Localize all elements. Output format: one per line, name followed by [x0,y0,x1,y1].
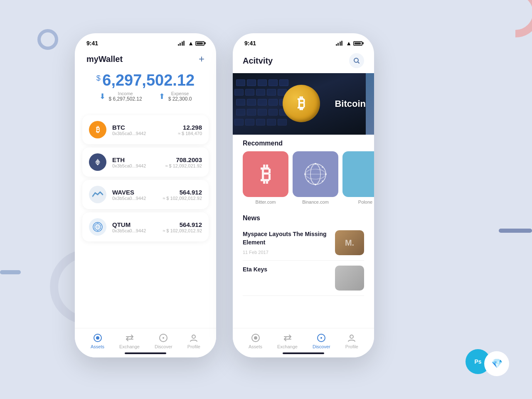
home-indicator-1 [125,352,166,354]
nav-discover-label-1: Discover [155,344,172,349]
coin-item-qtum[interactable]: QTUM 0x3b5ca0...9442 564.912 ≈ $ 102,092… [82,212,209,241]
income-icon: ⬇ [99,92,106,101]
bitcoin-banner-bg: ₿ Bitcoin [233,73,374,135]
phone-wallet: 9:41 ▲ myWallet + [75,33,216,357]
status-bar-1: 9:41 ▲ [75,33,216,50]
activity-header: Acitvity [233,50,374,73]
bitcoin-banner: ₿ Bitcoin [233,73,374,135]
coin-item-waves[interactable]: WAVES 0x3b5ca0...9442 564.912 ≈ $ 102,09… [82,180,209,209]
recommend-card-bnb[interactable]: Binance.com [293,151,338,204]
nav-exchange-1[interactable]: Exchange [119,333,140,349]
recommend-section-title: Recommend [233,135,374,151]
activity-content: ₿ Bitcoin Recommend ₿ Bitter.com [233,73,374,328]
svg-point-21 [322,166,323,168]
add-wallet-button[interactable]: + [199,53,204,65]
status-time-1: 9:41 [86,40,98,47]
recommend-card-btc[interactable]: ₿ Bitter.com [243,151,288,204]
coin-item-btc[interactable]: ₿ BTC 0x3b5ca0...9442 12.298 ≈ $ 184,470 [82,115,209,144]
expense-stat: ⬆ Expense $ 22,300.0 [159,91,192,102]
nav-exchange-2[interactable]: Exchange [277,333,298,349]
waves-info: WAVES 0x3b5ca0...9442 [112,189,163,201]
assets-icon-1 [93,333,102,342]
nav-discover-2[interactable]: Discover [313,333,330,349]
wifi-icon-1: ▲ [188,40,194,47]
qtum-address: 0x3b5ca0...9442 [112,228,163,233]
coin-list: ₿ BTC 0x3b5ca0...9442 12.298 ≈ $ 184,470 [75,112,216,328]
income-info: Income $ 6,297,502.12 [109,91,142,102]
news-item-2[interactable]: Eta Keys [243,261,364,296]
balance-amount: 6,297,502.12 [102,71,195,89]
bitcoin-coin: ₿ [283,85,320,122]
activity-title: Acitvity [243,56,273,66]
news-section: News Myspace Layouts The Missing Element… [233,204,374,296]
news-item-1[interactable]: Myspace Layouts The Missing Element 11 F… [243,225,364,261]
waves-icon [89,186,106,203]
expense-label: Expense [168,91,192,96]
nav-profile-label-1: Profile [187,344,200,349]
eth-icon [89,153,106,171]
status-bar-2: 9:41 ▲ [233,33,374,50]
svg-point-22 [322,180,323,182]
coin-item-eth[interactable]: ETH 0x3b5ca0...9442 708.2003 ≈ $ 12,092,… [82,148,209,177]
nav-discover-1[interactable]: Discover [155,333,172,349]
balance-section: $ 6,297,502.12 ⬇ Income $ 6,297,502.12 ⬆ [75,66,216,112]
exchange-icon-2 [283,333,292,342]
nav-exchange-label-2: Exchange [277,344,298,349]
nav-profile-2[interactable]: Profile [345,333,358,349]
qtum-amount: 564.912 [163,221,202,228]
recommend-card-polo[interactable]: Polone [342,151,374,204]
home-indicator-2 [283,352,324,354]
waves-values: 564.912 ≈ $ 102,092,012.92 [163,189,202,201]
exchange-icon-1 [125,333,134,342]
news-thumb-1: M. [335,230,364,255]
news-thumb-2 [335,266,364,291]
eth-info: ETH 0x3b5ca0...9442 [112,156,165,168]
news-title-1: Myspace Layouts The Missing Element [243,230,329,246]
bg-decoration-bar-left [0,270,21,274]
btc-values: 12.298 ≈ $ 184,470 [178,124,202,136]
profile-icon-2 [347,333,356,342]
svg-point-30 [254,336,257,340]
expense-info: Expense $ 22,300.0 [168,91,192,102]
svg-point-11 [192,335,195,338]
expense-icon: ⬆ [159,92,165,101]
news-date-1: 11 Feb 2017 [243,250,329,255]
recommend-bnb-image [293,151,338,197]
news-info-2: Eta Keys [243,266,329,277]
news-info-1: Myspace Layouts The Missing Element 11 F… [243,230,329,255]
nav-assets-2[interactable]: Assets [249,333,262,349]
search-button[interactable] [349,53,364,68]
waves-address: 0x3b5ca0...9442 [112,196,163,201]
svg-point-23 [308,180,309,182]
btc-address: 0x3b5ca0...9442 [112,131,178,136]
next-card-peek [366,73,374,135]
balance-currency: $ [96,74,101,83]
btc-amount: 12.298 [178,124,202,131]
btc-name: BTC [112,124,178,131]
btc-info: BTC 0x3b5ca0...9442 [112,124,178,136]
nav-assets-label-1: Assets [91,344,104,349]
recommend-polo-image [342,151,374,197]
eth-name: ETH [112,156,165,163]
wallet-content: myWallet + $ 6,297,502.12 ⬇ Income $ 6,2… [75,50,216,357]
status-icons-2: ▲ [336,40,362,47]
nav-profile-label-2: Profile [345,344,358,349]
expense-value: $ 22,300.0 [168,96,192,102]
phones-container: 9:41 ▲ myWallet + [75,33,374,357]
svg-point-24 [308,166,309,168]
status-time-2: 9:41 [244,40,256,47]
eth-address: 0x3b5ca0...9442 [112,163,165,168]
nav-profile-1[interactable]: Profile [187,333,200,349]
nav-assets-1[interactable]: Assets [91,333,104,349]
btc-usd: ≈ $ 184,470 [178,131,202,136]
wifi-icon-2: ▲ [346,40,352,47]
signal-icon-1 [178,41,185,46]
wallet-title: myWallet [86,54,123,64]
svg-point-33 [350,335,353,338]
discover-icon-2 [317,333,326,342]
activity-bottom-nav: Assets Exchange Discover [233,328,374,357]
qtum-info: QTUM 0x3b5ca0...9442 [112,221,163,233]
qtum-values: 564.912 ≈ $ 102,092,012.92 [163,221,202,233]
income-value: $ 6,297,502.12 [109,96,142,102]
sketch-icon: 💎 [484,351,509,376]
